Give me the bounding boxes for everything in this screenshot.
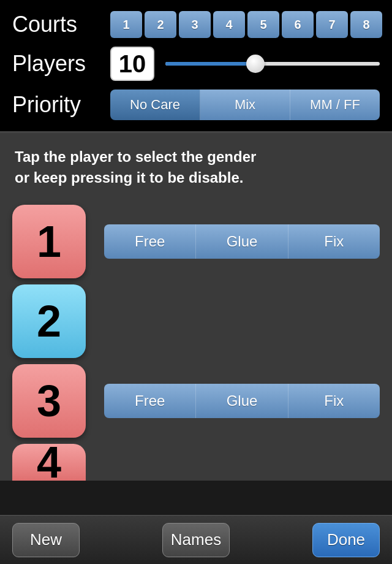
instruction-section: Tap the player to select the gender or k… — [0, 133, 392, 199]
priority-label: Priority — [12, 92, 110, 118]
action-free-1[interactable]: Free — [104, 224, 196, 259]
player-row-3: 3 Free Glue Fix — [12, 364, 380, 438]
action-free-3[interactable]: Free — [104, 384, 196, 418]
players-value-box: 10 — [110, 47, 154, 81]
player-controls-3: Free Glue Fix — [104, 384, 380, 418]
slider-fill — [165, 62, 255, 66]
instruction-line1: Tap the player to select the gender — [15, 148, 256, 165]
slider-thumb[interactable] — [246, 55, 265, 73]
court-btn-3[interactable]: 3 — [179, 11, 211, 38]
court-btn-1[interactable]: 1 — [110, 11, 142, 38]
bottom-bar: New Names Done — [0, 515, 392, 564]
action-fix-1[interactable]: Fix — [288, 224, 380, 259]
players-label: Players — [12, 51, 110, 77]
settings-section: Courts 1 2 3 4 5 6 7 8 Players 10 Priori… — [0, 0, 392, 131]
priority-row: Priority No Care Mix MM / FF — [12, 90, 380, 120]
court-btn-8[interactable]: 8 — [350, 11, 382, 38]
court-btn-5[interactable]: 5 — [247, 11, 279, 38]
courts-buttons: 1 2 3 4 5 6 7 8 — [110, 11, 382, 38]
player-tile-1[interactable]: 1 — [12, 205, 86, 278]
players-value: 10 — [119, 50, 146, 78]
action-buttons-3: Free Glue Fix — [104, 384, 380, 418]
action-glue-3[interactable]: Glue — [196, 384, 288, 418]
player-row-2: 2 — [12, 284, 380, 358]
court-btn-7[interactable]: 7 — [316, 11, 348, 38]
action-buttons-1: Free Glue Fix — [104, 224, 380, 259]
instruction-text: Tap the player to select the gender or k… — [15, 147, 377, 188]
players-section: 1 Free Glue Fix 2 3 Free Glue Fix 4 — [0, 199, 392, 481]
player-row-1: 1 Free Glue Fix — [12, 205, 380, 278]
done-button[interactable]: Done — [312, 523, 380, 557]
courts-label: Courts — [12, 12, 110, 37]
players-slider[interactable] — [165, 58, 380, 70]
court-btn-4[interactable]: 4 — [213, 11, 245, 38]
instruction-line2: or keep pressing it to be disable. — [15, 169, 243, 186]
names-button[interactable]: Names — [162, 523, 230, 557]
player-tile-2[interactable]: 2 — [12, 284, 86, 358]
court-btn-2[interactable]: 2 — [145, 11, 176, 38]
action-glue-1[interactable]: Glue — [196, 224, 288, 259]
player-tile-4[interactable]: 4 — [12, 444, 86, 481]
player-controls-1: Free Glue Fix — [104, 224, 380, 259]
priority-nocare[interactable]: No Care — [110, 90, 200, 120]
player-tile-3[interactable]: 3 — [12, 364, 86, 438]
courts-row: Courts 1 2 3 4 5 6 7 8 — [12, 11, 380, 38]
slider-track — [165, 62, 380, 66]
priority-mix[interactable]: Mix — [200, 90, 290, 120]
players-row: Players 10 — [12, 47, 380, 81]
player-row-4-partial: 4 — [12, 444, 380, 481]
priority-mmff[interactable]: MM / FF — [290, 90, 380, 120]
court-btn-6[interactable]: 6 — [282, 11, 314, 38]
priority-buttons: No Care Mix MM / FF — [110, 90, 380, 120]
new-button[interactable]: New — [12, 523, 80, 557]
action-fix-3[interactable]: Fix — [288, 384, 380, 418]
